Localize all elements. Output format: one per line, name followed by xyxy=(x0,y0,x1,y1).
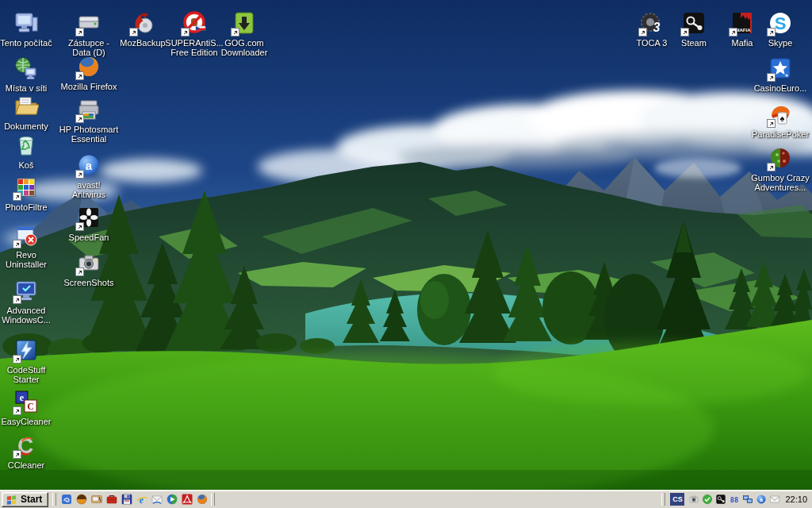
desktop-icon-label: GOG.com Downloader xyxy=(221,38,268,57)
desktop-icon-label: Mozilla Firefox xyxy=(61,82,117,91)
shortcut-arrow-icon xyxy=(75,222,84,231)
desktop-icon-label: Koš xyxy=(19,160,34,170)
start-button-label: Start xyxy=(21,494,42,505)
orange-sphere-icon xyxy=(75,493,88,506)
desktop-icon-label: CasinoEuro... xyxy=(754,83,807,93)
svg-text:e: e xyxy=(20,392,25,403)
shortcut-arrow-icon xyxy=(13,450,21,459)
floppy-disk-icon xyxy=(121,493,133,506)
desktop-icon-mista-v-siti[interactable]: Místa v síti xyxy=(0,56,59,93)
screen: Tento počítačMísta v sítiDokumentyKošPho… xyxy=(0,0,812,508)
tray-network-tray[interactable] xyxy=(742,494,753,505)
desktop-icon-label: CCleaner xyxy=(8,460,44,470)
steam-icon xyxy=(715,494,726,505)
desktop-icon-revo-uninstaller[interactable]: Revo Uninstaller xyxy=(0,222,59,269)
shortcut-arrow-icon xyxy=(638,28,647,37)
desktop-icon-label: Tento počítač xyxy=(0,38,52,48)
svg-text:88: 88 xyxy=(730,496,739,504)
desktop-icon-avast-antivirus[interactable]: aavast! Antivirus xyxy=(56,152,122,199)
desktop-icon-dokumenty[interactable]: Dokumenty xyxy=(0,94,59,131)
desktop-icon-ccleaner[interactable]: CCCleaner xyxy=(0,433,59,470)
desktop-icon-easycleaner[interactable]: eCEasyCleaner xyxy=(0,389,59,426)
internet-explorer-icon: e xyxy=(136,493,148,506)
shortcut-arrow-icon xyxy=(767,163,776,171)
media-player-icon xyxy=(166,493,178,506)
desktop-icon-casinoeuro[interactable]: ♠CasinoEuro... xyxy=(747,56,812,93)
shortcut-arrow-icon xyxy=(75,114,84,123)
language-indicator[interactable]: CS xyxy=(670,493,684,506)
quicklaunch-quicklaunch-app-2[interactable] xyxy=(75,493,88,506)
shortcut-arrow-icon xyxy=(75,267,84,276)
desktop-icon-gumboy-crazy-adventures[interactable]: Gumboy Crazy Adventures... xyxy=(747,145,812,192)
system-tray: 88a xyxy=(687,492,782,507)
tray-mail-tray[interactable] xyxy=(769,494,780,505)
desktop-icon-speedfan[interactable]: SpeedFan xyxy=(56,205,122,242)
tray-grip[interactable] xyxy=(661,493,665,506)
desktop-icon-photofiltre[interactable]: PhotoFiltre xyxy=(0,175,59,212)
desktop[interactable]: Tento počítačMísta v sítiDokumentyKošPho… xyxy=(0,0,812,490)
quicklaunch-windows-media-player[interactable] xyxy=(166,493,178,506)
shortcut-arrow-icon xyxy=(231,28,239,37)
svg-text:3: 3 xyxy=(653,21,661,34)
shortcut-arrow-icon xyxy=(13,295,21,304)
shortcut-arrow-icon xyxy=(75,28,84,37)
quicklaunch-quicklaunch-backup[interactable] xyxy=(121,493,133,506)
desktop-icon-screenshots[interactable]: ScreenShots xyxy=(56,250,122,287)
desktop-icon-tento-pocitac[interactable]: Tento počítač xyxy=(0,10,59,48)
shortcut-arrow-icon xyxy=(767,73,776,82)
desktop-icon-label: MozBackup xyxy=(120,38,165,48)
desktop-icon-skype[interactable]: SSkype xyxy=(747,10,812,48)
desktop-icon-paradisepoker[interactable]: ♠ParadisePoker xyxy=(747,102,812,139)
desktop-icon-label: SpeedFan xyxy=(69,233,109,242)
desktop-icon-label: ParadisePoker xyxy=(752,129,809,139)
shortcut-arrow-icon xyxy=(680,28,689,37)
tray-speedfan-temp-tray[interactable]: 88 xyxy=(729,494,740,505)
network-tray-icon xyxy=(742,494,753,505)
red-toolbox-icon xyxy=(105,493,118,506)
desktop-icon-mozilla-firefox[interactable]: Mozilla Firefox xyxy=(56,54,122,91)
outlook-express-icon xyxy=(151,493,163,506)
tray-screenshots-tray[interactable] xyxy=(688,494,699,505)
shortcut-arrow-icon xyxy=(13,240,21,248)
shortcut-arrow-icon xyxy=(181,28,190,37)
desktop-icon-gog-downloader[interactable]: GOG.com Downloader xyxy=(211,10,278,57)
svg-text:a: a xyxy=(86,159,93,172)
shortcut-arrow-icon xyxy=(767,28,776,37)
blue-88-icon: 88 xyxy=(729,494,740,505)
desktop-icon-advanced-windowscare[interactable]: Advanced WindowsC... xyxy=(0,278,59,325)
quicklaunch-internet-explorer[interactable]: e xyxy=(136,493,148,506)
svg-text:e: e xyxy=(140,495,144,506)
taskbar-grip[interactable] xyxy=(211,493,215,506)
shortcut-arrow-icon xyxy=(13,355,21,364)
desktop-icon-label: ScreenShots xyxy=(64,278,114,287)
adobe-reader-icon xyxy=(181,493,193,506)
desktop-icon-codestuff-starter[interactable]: CodeStuff Starter xyxy=(0,337,59,384)
desktop-icon-label: Skype xyxy=(768,38,793,48)
shortcut-arrow-icon xyxy=(75,71,84,80)
shortcut-arrow-icon xyxy=(729,28,737,37)
quicklaunch-quicklaunch-app-4[interactable] xyxy=(105,493,118,506)
start-button[interactable]: Start xyxy=(2,492,48,507)
desktop-icon-label: EasyCleaner xyxy=(2,417,52,426)
avast-icon: a xyxy=(756,494,767,505)
svg-text:♠: ♠ xyxy=(780,114,785,123)
svg-text:S: S xyxy=(775,13,787,33)
tray-steam-tray[interactable] xyxy=(715,494,726,505)
desktop-icon-kos[interactable]: Koš xyxy=(0,133,59,170)
blue-app-icon xyxy=(60,493,73,506)
quicklaunch-show-desktop[interactable] xyxy=(90,493,103,506)
shortcut-arrow-icon xyxy=(13,192,21,201)
tray-avast-tray[interactable]: a xyxy=(756,494,767,505)
quicklaunch-quicklaunch-app-1[interactable] xyxy=(60,493,73,506)
quicklaunch-outlook-express[interactable] xyxy=(151,493,163,506)
desktop-icon-label: HP Photosmart Essential xyxy=(59,125,118,144)
quicklaunch-adobe-reader[interactable] xyxy=(181,493,193,506)
desktop-icon-hp-photosmart-essential[interactable]: HP Photosmart Essential xyxy=(56,97,122,144)
quicklaunch-grip[interactable] xyxy=(52,493,56,506)
desktop-icon-label: CodeStuff Starter xyxy=(7,365,46,384)
shortcut-arrow-icon xyxy=(75,170,84,179)
svg-text:♠: ♠ xyxy=(785,72,788,78)
quicklaunch-firefox[interactable] xyxy=(196,493,209,506)
tray-status-ok-tray[interactable] xyxy=(702,494,713,505)
mail-icon xyxy=(769,494,780,505)
